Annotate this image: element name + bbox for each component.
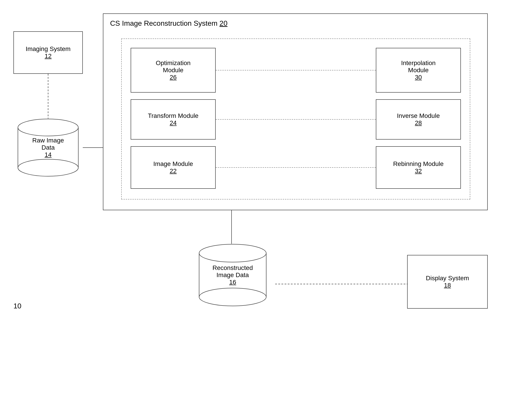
optimization-module-box: Optimization Module 26 [131,48,216,93]
reconstructed-image-data-label: Reconstructed Image Data 16 [213,264,253,286]
interpolation-module-label: Interpolation Module [401,59,436,74]
interpolation-module-box: Interpolation Module 30 [376,48,461,93]
imaging-system-label: Imaging System [26,45,71,53]
diagram-container: 10 Imaging System 12 Raw Image Data 14 C… [0,0,532,403]
image-module-box: Image Module 22 [131,146,216,189]
svg-point-9 [18,159,78,176]
imaging-system-box: Imaging System 12 [13,31,83,74]
raw-image-data-label: Raw Image Data 14 [32,137,64,158]
display-system-box: Display System 18 [407,255,488,309]
image-module-label: Image Module [153,160,193,168]
rebinning-module-label: Rebinning Module [393,160,444,168]
inverse-module-label: Inverse Module [397,112,440,120]
modules-container: Optimization Module 26 Interpolation Mod… [121,38,470,200]
inverse-module-box: Inverse Module 28 [376,99,461,139]
imaging-system-number: 12 [44,53,51,60]
transform-module-label: Transform Module [148,112,198,120]
transform-module-box: Transform Module 24 [131,99,216,139]
system-label-10: 10 [13,302,21,310]
reconstructed-image-data-cylinder: Reconstructed Image Data 16 [195,244,271,306]
rebinning-module-box: Rebinning Module 32 [376,146,461,189]
display-system-label: Display System [426,275,469,282]
svg-point-15 [199,288,266,306]
svg-point-8 [18,119,78,136]
cs-system-outer-box: CS Image Reconstruction System 20 Optimi… [103,13,488,210]
cs-system-label: CS Image Reconstruction System 20 [110,19,228,27]
raw-image-data-cylinder: Raw Image Data 14 [13,119,83,177]
svg-point-14 [199,244,266,262]
optimization-module-label: Optimization Module [156,59,191,74]
